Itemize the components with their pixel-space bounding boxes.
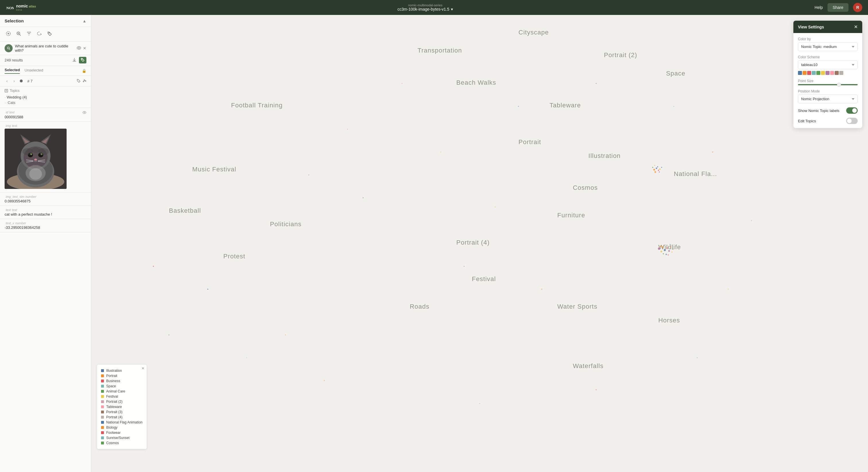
dataset-label[interactable]: cc3m-100k-image-bytes-v1.5 ▾ <box>398 7 453 11</box>
legend-dot-5 <box>101 395 104 398</box>
map-container[interactable]: Cityscape Transportation Portrait (2) Sp… <box>91 15 868 472</box>
show-topic-labels-row: Show Nomic Topic labels <box>798 107 858 114</box>
legend-dot-10 <box>101 421 104 424</box>
selection-header: Selection ▲ <box>0 15 91 27</box>
topics-section: Topics · Wedding (4) ·· Cats <box>0 86 91 108</box>
swatch-8 <box>835 71 839 75</box>
legend-item-7: Tableware <box>101 404 143 409</box>
svg-point-88 <box>727 289 729 290</box>
sidebar: Selection ▲ <box>0 15 91 472</box>
color-scheme-select[interactable]: tableau10 <box>798 60 858 69</box>
close-search-button[interactable]: ✕ <box>83 46 86 51</box>
svg-line-12 <box>9 49 10 50</box>
color-by-section: Color by Nomic Topic: medium <box>798 37 858 51</box>
legend-item-5: Festival <box>101 394 143 399</box>
tag-point-button[interactable] <box>76 79 81 84</box>
view-settings-title: View Settings <box>798 25 824 29</box>
filter-button[interactable] <box>25 30 33 38</box>
download-button[interactable] <box>72 57 76 63</box>
color-swatches <box>798 71 858 75</box>
topic-item-1: ·· Cats <box>5 100 86 106</box>
field-img-label: imgtext <box>5 124 86 127</box>
swatch-5 <box>821 71 825 75</box>
header-center: nomic-multimodal-series cc3m-100k-image-… <box>398 3 453 11</box>
legend-item-2: Business <box>101 378 143 384</box>
nav-row: ‹ › # 7 <box>0 76 91 86</box>
legend-item-0: Illustration <box>101 368 143 373</box>
search-query-actions: ✕ <box>76 46 86 51</box>
svg-point-94 <box>168 334 169 335</box>
legend-dot-3 <box>101 385 104 388</box>
svg-text:NOMIC: NOMIC <box>6 6 14 10</box>
legend-close-button[interactable]: ✕ <box>142 366 144 371</box>
view-settings-close-button[interactable]: ✕ <box>854 24 858 30</box>
tab-unselected[interactable]: Unselected <box>24 68 43 73</box>
tag-button[interactable] <box>46 30 53 38</box>
help-button[interactable]: Help <box>815 5 823 10</box>
swatch-0 <box>798 71 802 75</box>
edit-topics-row: Edit Topics <box>798 118 858 124</box>
field-text-x-label: text_xnumber <box>5 222 86 225</box>
eye-toggle-button[interactable] <box>76 46 81 51</box>
next-point-button[interactable]: › <box>12 78 17 84</box>
point-size-slider-row <box>798 84 858 85</box>
view-settings-header: View Settings ✕ <box>794 21 862 33</box>
svg-point-87 <box>751 220 752 221</box>
swatch-9 <box>839 71 843 75</box>
svg-point-86 <box>712 152 713 153</box>
legend-item-8: Portrait (3) <box>101 409 143 415</box>
svg-point-78 <box>207 289 208 290</box>
prev-point-button[interactable]: ‹ <box>5 78 9 84</box>
zoom-selection-button[interactable] <box>15 30 22 38</box>
position-mode-select[interactable]: Nomic Projection <box>798 94 858 104</box>
show-topic-labels-text: Show Nomic Topic labels <box>798 109 839 113</box>
point-size-slider[interactable] <box>798 84 858 85</box>
svg-point-23 <box>84 112 85 113</box>
color-by-select[interactable]: Nomic Topic: medium <box>798 42 858 51</box>
svg-point-97 <box>541 289 542 290</box>
swatch-3 <box>812 71 816 75</box>
color-by-label: Color by <box>798 37 858 41</box>
header: NOMIC nomic atlas beta nomic-multimodal-… <box>0 0 868 15</box>
legend-item-11: Biology <box>101 425 143 430</box>
svg-point-50 <box>38 148 49 155</box>
legend-dot-8 <box>101 411 104 413</box>
view-settings-panel: View Settings ✕ Color by Nomic Topic: me… <box>794 21 862 128</box>
lasso-button[interactable] <box>36 30 43 38</box>
tab-selected[interactable]: Selected <box>5 68 20 74</box>
svg-point-92 <box>324 380 325 381</box>
field-id-value: 000091588 <box>5 115 86 119</box>
header-right: Help Share R <box>815 3 862 12</box>
tag-results-button[interactable] <box>79 57 86 63</box>
point-number: # 7 <box>26 79 74 83</box>
position-mode-label: Position Mode <box>798 89 858 93</box>
collapse-button[interactable]: ▲ <box>82 19 86 23</box>
field-id-eye[interactable] <box>82 110 86 115</box>
swatch-4 <box>816 71 820 75</box>
svg-point-82 <box>518 106 519 107</box>
share-button[interactable]: Share <box>828 3 848 12</box>
graph-point-button[interactable] <box>82 79 86 84</box>
show-topic-labels-toggle[interactable] <box>846 107 858 114</box>
results-actions <box>72 57 86 63</box>
legend: ✕ Illustration Portrait Business Space A… <box>97 365 147 449</box>
svg-point-99 <box>308 174 309 175</box>
legend-item-13: Sunrise/Sunset <box>101 435 143 440</box>
swatch-6 <box>826 71 830 75</box>
legend-dot-7 <box>101 405 104 408</box>
svg-point-13 <box>79 48 80 49</box>
user-avatar[interactable]: R <box>853 3 862 12</box>
legend-dot-11 <box>101 426 104 429</box>
legend-dot-6 <box>101 400 104 403</box>
svg-point-96 <box>464 266 464 267</box>
svg-point-51 <box>32 147 40 153</box>
results-row: 249 results <box>0 55 91 66</box>
svg-point-80 <box>363 197 364 198</box>
search-icon <box>5 44 12 52</box>
svg-point-49 <box>22 148 33 155</box>
color-scheme-section: Color Scheme tableau10 <box>798 55 858 75</box>
edit-topics-toggle[interactable] <box>846 118 858 124</box>
add-selection-button[interactable] <box>5 30 12 38</box>
legend-dot-13 <box>101 436 104 439</box>
field-img-text-sim: img_text_simnumber 0.08935546875 <box>0 193 91 206</box>
